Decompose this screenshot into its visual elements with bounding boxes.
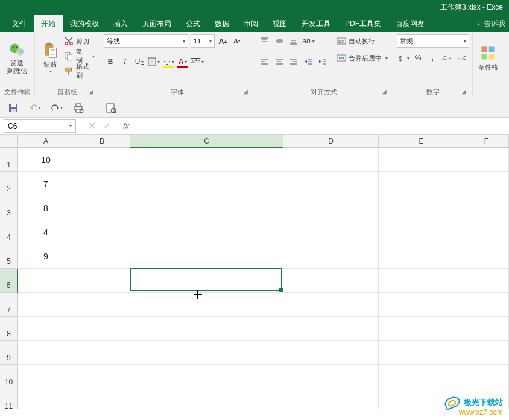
cell-B6[interactable] (74, 269, 130, 293)
align-right-button[interactable] (287, 55, 300, 68)
undo-button[interactable]: ▾ (29, 102, 41, 114)
cell-C7[interactable] (130, 293, 283, 317)
cell-B2[interactable] (74, 172, 130, 196)
formula-input[interactable] (133, 119, 509, 133)
cell-D1[interactable] (283, 148, 379, 172)
align-bottom-button[interactable] (287, 34, 300, 48)
dialog-launcher-icon[interactable]: ◢ (242, 88, 249, 95)
row-header-2[interactable]: 2 (0, 172, 18, 196)
dialog-launcher-icon[interactable]: ◢ (460, 88, 467, 95)
cell-D9[interactable] (283, 341, 379, 365)
row-header-1[interactable]: 1 (0, 148, 18, 172)
wrap-text-button[interactable]: ab 自动换行 (335, 34, 389, 48)
tab-data[interactable]: 数据 (207, 15, 236, 32)
dialog-launcher-icon[interactable]: ◢ (381, 88, 388, 95)
tab-pdf[interactable]: PDF工具集 (338, 15, 388, 32)
align-top-button[interactable] (258, 34, 271, 48)
row-header-9[interactable]: 9 (0, 341, 18, 365)
cell-C10[interactable] (130, 365, 283, 389)
fx-label[interactable]: fx (123, 121, 129, 130)
cell-C4[interactable] (130, 220, 283, 244)
cell-F3[interactable] (464, 196, 509, 220)
cell-C2[interactable] (130, 172, 283, 196)
cell-B7[interactable] (74, 293, 130, 317)
percent-button[interactable]: % (411, 51, 425, 65)
cell-E2[interactable] (379, 172, 464, 196)
print-area-button[interactable] (105, 102, 117, 114)
cell-F8[interactable] (464, 317, 509, 341)
cell-B11[interactable] (74, 389, 130, 409)
font-color-button[interactable]: A▾ (176, 55, 189, 68)
cancel-formula-button[interactable]: ✕ (88, 120, 96, 132)
dialog-launcher-icon[interactable]: ◢ (87, 88, 95, 95)
cell-E6[interactable] (379, 269, 464, 293)
row-header-5[interactable]: 5 (0, 244, 18, 269)
paste-button[interactable]: 粘贴 ▾ (39, 34, 62, 81)
row-header-4[interactable]: 4 (0, 220, 18, 244)
cell-A9[interactable] (18, 341, 74, 365)
column-header-C[interactable]: C (130, 135, 283, 148)
cell-A11[interactable] (18, 389, 74, 409)
cell-B10[interactable] (74, 365, 130, 389)
cells-area[interactable]: 107849 (18, 148, 509, 409)
cell-C3[interactable] (130, 196, 283, 220)
tab-template[interactable]: 我的模板 (63, 15, 106, 32)
increase-indent-button[interactable] (316, 55, 329, 68)
cell-D10[interactable] (283, 365, 379, 389)
tab-baidu[interactable]: 百度网盘 (388, 15, 432, 32)
cell-A4[interactable]: 4 (18, 220, 74, 244)
cell-B4[interactable] (74, 220, 130, 244)
cell-D3[interactable] (283, 196, 379, 220)
underline-button[interactable]: U▾ (133, 55, 146, 68)
save-button[interactable] (7, 102, 19, 114)
row-header-7[interactable]: 7 (0, 293, 18, 317)
cell-C1[interactable] (130, 148, 283, 172)
cell-D2[interactable] (283, 172, 379, 196)
cell-D8[interactable] (283, 317, 379, 341)
row-header-10[interactable]: 10 (0, 365, 18, 389)
row-header-8[interactable]: 8 (0, 317, 18, 341)
cell-B5[interactable] (74, 244, 130, 269)
column-header-B[interactable]: B (74, 135, 130, 148)
currency-button[interactable]: $▾ (397, 51, 410, 65)
tab-file[interactable]: 文件 (5, 15, 34, 32)
align-center-button[interactable] (273, 55, 286, 68)
cell-E7[interactable] (379, 293, 464, 317)
increase-font-button[interactable]: A▴ (216, 34, 229, 48)
cut-button[interactable]: 剪切 (63, 34, 96, 48)
cell-A8[interactable] (18, 317, 74, 341)
number-format-combo[interactable]: 常规▾ (397, 34, 469, 48)
spreadsheet-grid[interactable]: ABCDEF 1234567891011 107849 (0, 135, 509, 409)
cell-B9[interactable] (74, 341, 130, 365)
print-preview-button[interactable] (72, 102, 84, 114)
fill-color-button[interactable]: ▾ (162, 55, 175, 68)
accept-formula-button[interactable]: ✓ (103, 120, 111, 132)
cell-D5[interactable] (283, 244, 379, 269)
cell-C5[interactable] (130, 244, 283, 269)
column-header-D[interactable]: D (283, 135, 379, 148)
cell-A10[interactable] (18, 365, 74, 389)
cell-E9[interactable] (379, 341, 464, 365)
format-painter-button[interactable]: 格式刷 (63, 65, 96, 78)
select-all-corner[interactable] (0, 135, 18, 148)
font-size-combo[interactable]: 11▾ (191, 34, 215, 48)
cell-B1[interactable] (74, 148, 130, 172)
phonetic-button[interactable]: wén▾ (191, 55, 204, 68)
cell-D6[interactable] (283, 269, 379, 293)
column-header-F[interactable]: F (464, 135, 509, 148)
copy-button[interactable]: 复制▾ (63, 49, 96, 63)
cell-C6[interactable] (130, 269, 283, 293)
cell-F5[interactable] (464, 244, 509, 269)
cell-A7[interactable] (18, 293, 74, 317)
conditional-format-button[interactable]: 条件格 (476, 34, 499, 81)
bold-button[interactable]: B (104, 55, 117, 68)
column-header-E[interactable]: E (379, 135, 464, 148)
tab-layout[interactable]: 页面布局 (135, 15, 179, 32)
merge-center-button[interactable]: 合并后居中▾ (335, 51, 389, 65)
cell-C8[interactable] (130, 317, 283, 341)
orientation-button[interactable]: ab▾ (302, 34, 315, 48)
italic-button[interactable]: I (118, 55, 131, 68)
cell-A6[interactable] (18, 269, 74, 293)
font-combo[interactable]: 等线▾ (104, 34, 188, 48)
cell-E1[interactable] (379, 148, 464, 172)
